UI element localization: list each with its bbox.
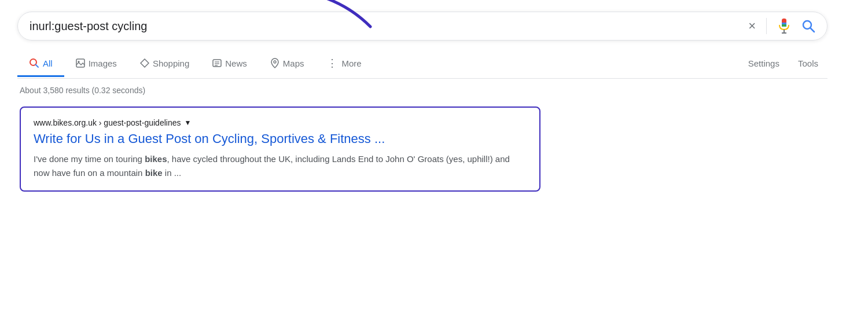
- tab-more-label: More: [341, 58, 361, 68]
- svg-point-17: [274, 61, 276, 63]
- results-summary: About 3,580 results (0.32 seconds): [17, 86, 851, 95]
- settings-link[interactable]: Settings: [739, 52, 789, 77]
- tab-all-label: All: [43, 58, 53, 68]
- clear-icon[interactable]: ×: [748, 19, 756, 34]
- tab-images[interactable]: Images: [64, 52, 128, 77]
- tools-link[interactable]: Tools: [789, 52, 827, 77]
- mic-icon[interactable]: [777, 18, 791, 34]
- svg-line-7: [811, 28, 815, 32]
- tab-shopping[interactable]: Shopping: [128, 52, 201, 77]
- news-tab-icon: [212, 58, 222, 68]
- snippet-text-3: in ...: [163, 168, 182, 178]
- tab-more[interactable]: ⋮ More: [315, 50, 373, 78]
- result-title[interactable]: Write for Us in a Guest Post on Cycling,…: [34, 131, 527, 148]
- maps-tab-icon: [270, 58, 279, 68]
- result-url: www.bikes.org.uk › guest-post-guidelines: [34, 118, 181, 127]
- result-url-row: www.bikes.org.uk › guest-post-guidelines…: [34, 118, 527, 127]
- tab-all[interactable]: All: [17, 51, 64, 77]
- tab-maps[interactable]: Maps: [259, 51, 316, 77]
- nav-tabs: All Images Shopping News Maps ⋮ More: [17, 50, 827, 79]
- snippet-text-1: I've done my time on touring: [34, 154, 145, 164]
- search-bar-icons: ×: [748, 18, 815, 34]
- tab-shopping-label: Shopping: [153, 58, 189, 68]
- result-dropdown-icon[interactable]: ▼: [184, 119, 191, 127]
- divider: [766, 18, 767, 34]
- snippet-bold-1: bikes: [145, 154, 167, 164]
- snippet-bold-2: bike: [145, 168, 163, 178]
- tab-news[interactable]: News: [201, 52, 259, 77]
- search-submit-icon[interactable]: [801, 19, 815, 33]
- images-tab-icon: [76, 58, 85, 68]
- svg-rect-1: [782, 19, 786, 23]
- shopping-tab-icon: [140, 58, 149, 68]
- search-bar: ×: [17, 12, 827, 41]
- tab-news-label: News: [225, 58, 247, 68]
- tab-images-label: Images: [89, 58, 117, 68]
- result-snippet: I've done my time on touring bikes, have…: [34, 152, 527, 180]
- more-dots-icon: ⋮: [327, 57, 338, 69]
- result-card: www.bikes.org.uk › guest-post-guidelines…: [20, 107, 540, 192]
- svg-line-10: [36, 65, 39, 68]
- svg-rect-3: [782, 24, 786, 27]
- tab-maps-label: Maps: [283, 58, 304, 68]
- search-tab-icon: [29, 58, 39, 68]
